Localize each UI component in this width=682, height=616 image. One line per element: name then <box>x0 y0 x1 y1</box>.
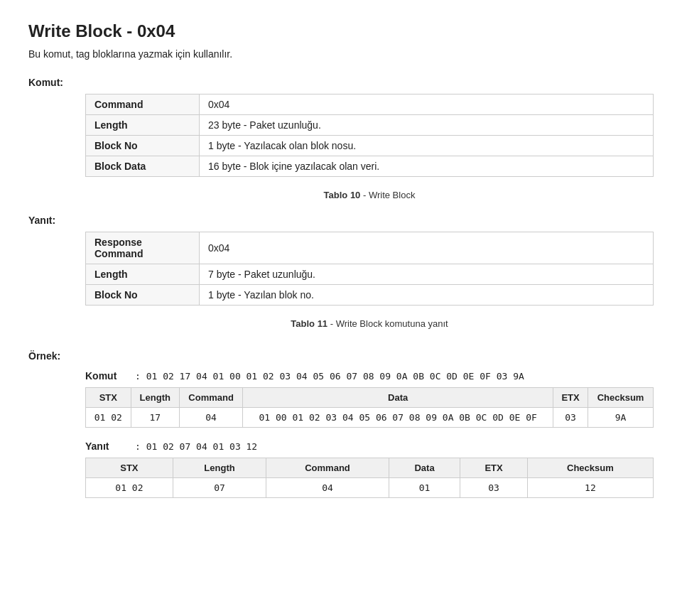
page-title: Write Block - 0x04 <box>28 21 654 41</box>
column-header: ETX <box>460 458 528 478</box>
row-key: Block No <box>86 285 200 306</box>
yanit-hex-table: STXLengthCommandDataETXChecksum 01 02070… <box>85 458 654 498</box>
komut-key: Komut <box>85 370 128 382</box>
table-row: Block Data16 byte - Blok içine yazılacak… <box>86 156 654 177</box>
cell-checksum: 12 <box>527 478 653 498</box>
row-value: 16 byte - Blok içine yazılacak olan veri… <box>200 156 654 177</box>
column-header: Data <box>243 388 553 408</box>
table-row: 01 02170401 00 01 02 03 04 05 06 07 08 0… <box>86 408 654 428</box>
yanit-key: Yanıt <box>85 441 128 452</box>
cell-length: 07 <box>173 478 266 498</box>
row-key: Response Command <box>86 232 200 264</box>
cell-etx: 03 <box>553 408 588 428</box>
cell-data: 01 <box>389 478 460 498</box>
yanit-table-caption: Tablo 11 - Write Block komutuna yanıt <box>85 318 654 329</box>
komut-label: Komut: <box>28 77 654 88</box>
row-value: 1 byte - Yazılan blok no. <box>200 285 654 306</box>
column-header: Length <box>173 458 266 478</box>
column-header: Command <box>266 458 389 478</box>
column-header: Command <box>179 388 243 408</box>
ornek-label: Örnek: <box>28 350 654 362</box>
table-row: 01 020704010312 <box>86 478 654 498</box>
column-header: Checksum <box>527 458 653 478</box>
row-value: 23 byte - Paket uzunluğu. <box>200 115 654 136</box>
row-value: 0x04 <box>200 232 654 264</box>
yanit-label: Yanıt: <box>28 215 654 226</box>
komut-table-caption: Tablo 10 - Write Block <box>85 190 654 200</box>
column-header: STX <box>86 458 173 478</box>
table-row: Length23 byte - Paket uzunluğu. <box>86 115 654 136</box>
row-value: 1 byte - Yazılacak olan blok nosu. <box>200 136 654 156</box>
cell-data: 01 00 01 02 03 04 05 06 07 08 09 0A 0B 0… <box>243 408 553 428</box>
cell-checksum: 9A <box>588 408 654 428</box>
cell-etx: 03 <box>460 478 528 498</box>
table-row: Response Command0x04 <box>86 232 654 264</box>
komut-hex-value: : 01 02 17 04 01 00 01 02 03 04 05 06 07… <box>135 371 524 382</box>
table-row: Command0x04 <box>86 94 654 115</box>
table-row: Length7 byte - Paket uzunluğu. <box>86 264 654 285</box>
table-row: Block No1 byte - Yazılan blok no. <box>86 285 654 306</box>
row-key: Length <box>86 115 200 136</box>
column-header: Checksum <box>588 388 654 408</box>
row-value: 7 byte - Paket uzunluğu. <box>200 264 654 285</box>
row-key: Block No <box>86 136 200 156</box>
row-key: Length <box>86 264 200 285</box>
row-key: Block Data <box>86 156 200 177</box>
komut-table: Command0x04Length23 byte - Paket uzunluğ… <box>85 94 654 177</box>
yanit-hex-value: : 01 02 07 04 01 03 12 <box>135 441 257 452</box>
column-header: STX <box>86 388 131 408</box>
cell-stx: 01 02 <box>86 478 173 498</box>
column-header: Data <box>389 458 460 478</box>
cell-stx: 01 02 <box>86 408 131 428</box>
table-row: Block No1 byte - Yazılacak olan blok nos… <box>86 136 654 156</box>
cell-length: 17 <box>131 408 179 428</box>
yanit-table: Response Command0x04Length7 byte - Paket… <box>85 232 654 306</box>
row-value: 0x04 <box>200 94 654 115</box>
cell-command: 04 <box>179 408 243 428</box>
row-key: Command <box>86 94 200 115</box>
column-header: ETX <box>553 388 588 408</box>
komut-hex-table: STXLengthCommandDataETXChecksum 01 02170… <box>85 387 654 428</box>
page-subtitle: Bu komut, tag bloklarına yazmak için kul… <box>28 48 654 60</box>
cell-command: 04 <box>266 478 389 498</box>
column-header: Length <box>131 388 179 408</box>
